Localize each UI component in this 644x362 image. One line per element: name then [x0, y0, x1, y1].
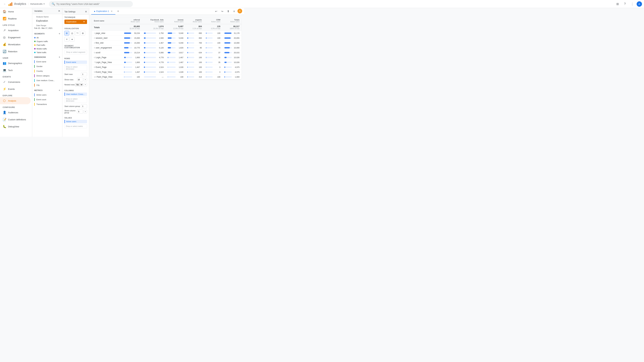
nested-rows-more[interactable]: +	[84, 83, 87, 86]
segment-all[interactable]: All	[32, 36, 62, 39]
table-cell: 50,234	[122, 31, 142, 36]
value-label[interactable]: Active users	[64, 120, 87, 123]
tab-close-icon[interactable]: ✕	[111, 10, 113, 12]
sidebar-item-conversions[interactable]: ✓ Conversions	[0, 78, 31, 85]
share-button[interactable]: ⬆	[226, 9, 231, 14]
analysis-name-label: Analysis Name:	[34, 15, 60, 18]
exploration-content: ● Exploration 1 ✕ + ↩ ↪ ⬆ ≡	[89, 8, 244, 137]
lifecycle-section-label: LIFE CYCLE	[0, 22, 32, 27]
show-rows-increment[interactable]: +	[84, 78, 87, 81]
viz-btn-scatter[interactable]: ⊕	[80, 31, 85, 35]
add-dimension-button[interactable]: +	[59, 56, 60, 59]
show-rows-input[interactable]	[77, 78, 83, 82]
nested-rows-select[interactable]: No Yes	[75, 83, 83, 86]
totals-organic: 804 3.1% of max	[185, 24, 204, 31]
analysis-name-section: Analysis Name: Exploration Date Range: F…	[32, 14, 62, 31]
configure-section-label: CONFIGURE	[0, 104, 32, 109]
show-rows-control: +	[77, 78, 87, 82]
segment-tablet[interactable]: Tablet traffic	[32, 51, 62, 54]
add-segment-button[interactable]: +	[59, 32, 60, 35]
row-drop-zone[interactable]: Drop or select dimension	[64, 65, 87, 71]
segment-dot-mobile	[34, 48, 36, 49]
sidebar-item-debugview[interactable]: 🐛 DebugView	[0, 123, 31, 130]
sidebar-item-monetization[interactable]: 💰 Monetization	[0, 41, 31, 48]
more-options-button[interactable]: ≡	[232, 9, 237, 14]
table-cell: 10,026	[222, 60, 242, 65]
sidebar-item-demographics[interactable]: 👥 Demographics	[0, 60, 31, 67]
back-button[interactable]: ←	[2, 1, 8, 7]
date-range-value: Feb 10 - Mar 17, 2021	[34, 27, 60, 29]
start-column-control	[81, 104, 87, 108]
segment-paid[interactable]: Paid traffic	[32, 43, 62, 47]
dim-label-medium: User medium: Cross...	[36, 79, 55, 81]
palette-button[interactable]: A	[238, 9, 242, 13]
sidebar-item-engagement[interactable]: ◎ Engagement	[0, 34, 31, 41]
table-cell: 15,000	[122, 40, 142, 45]
column-dimension-label[interactable]: User medium: Cross...	[64, 92, 87, 96]
sidebar-item-analysis[interactable]: ⬡ Analysis	[0, 97, 31, 104]
technique-select[interactable]: Exploration ▼	[64, 19, 87, 24]
add-metric-button[interactable]: +	[59, 89, 60, 92]
dim-device-category[interactable]: Device category	[32, 73, 62, 78]
viz-btn-line[interactable]: 〜	[75, 31, 80, 35]
segment-label-tablet: Tablet traffic	[36, 51, 46, 53]
dim-gender[interactable]: Gender	[32, 64, 62, 69]
rows-label: ROWS	[62, 56, 89, 60]
dim-city[interactable]: City	[32, 83, 62, 87]
segment-drop-zone[interactable]: Drop or select segment	[64, 50, 87, 54]
totals-crm: 135 0.3% of max	[204, 24, 222, 31]
segment-label-organic: Organic traffic	[36, 40, 48, 42]
sidebar-item-events[interactable]: ⚡ Events	[0, 85, 31, 92]
show-columns-input[interactable]	[77, 110, 83, 114]
metrics-label: METRICS	[34, 89, 42, 91]
sidebar-item-retention[interactable]: 🔄 Retention	[0, 48, 31, 55]
tab-settings-close-button[interactable]: ✕	[85, 10, 87, 13]
add-tab-button[interactable]: +	[116, 9, 121, 14]
start-rows-input[interactable]	[81, 72, 87, 76]
sidebar-item-tech[interactable]: 💻 Tech	[0, 67, 31, 74]
viz-btn-bar[interactable]: ≡	[64, 37, 69, 41]
exploration-tab-1[interactable]: ● Exploration 1 ✕	[91, 8, 116, 14]
undo-button[interactable]: ↩	[213, 9, 219, 14]
acquisition-icon: ↗	[3, 28, 6, 32]
table-cell: 1,028	[166, 70, 186, 75]
viz-btn-donut[interactable]: ◎	[70, 31, 74, 35]
metric-active-users[interactable]: Active users	[32, 92, 62, 97]
column-drop-zone[interactable]: Drop or select dimension	[64, 97, 87, 103]
redo-button[interactable]: ↪	[219, 9, 225, 14]
dim-user-medium[interactable]: User medium: Cross...	[32, 78, 62, 83]
topbar: ← Analytics thehandcrafts ▼ 🔍 ⊞ ? ⋮ A	[0, 0, 244, 8]
metric-drop-zone[interactable]: Drop or select metric	[64, 124, 87, 128]
dim-country[interactable]: Country	[32, 69, 62, 73]
th-facebook-ads: Facebook_Ads Active users	[142, 17, 166, 24]
viz-btn-table[interactable]: ⊞	[64, 31, 69, 35]
search-input[interactable]	[56, 3, 130, 5]
start-column-input[interactable]	[81, 104, 87, 108]
metric-transactions[interactable]: Transactions	[32, 102, 62, 107]
dim-event-name[interactable]: Event name	[32, 59, 62, 64]
event-name-cell: 9Event_Page_View	[92, 70, 122, 75]
sidebar-item-custom-definitions[interactable]: 📝 Custom definitions	[0, 116, 31, 123]
show-columns-increment[interactable]: +	[84, 110, 87, 113]
row-dimension-label[interactable]: Event name	[64, 60, 87, 64]
visualization-label: VISUALIZATION	[62, 26, 89, 30]
table-cell: 700	[185, 40, 204, 45]
table-cell: 15,000	[122, 36, 142, 40]
sidebar-item-realtime[interactable]: 📶 Realtime	[0, 15, 31, 22]
sidebar-item-home[interactable]: 🏠 Home	[0, 8, 31, 15]
sidebar-item-acquisition[interactable]: ↗ Acquisition	[0, 27, 31, 34]
segment-mobile[interactable]: Mobile traffic	[32, 47, 62, 51]
column-dimension-item: User medium: Cross...	[64, 92, 87, 96]
table-cell: 1,028	[166, 65, 186, 70]
viz-btn-geo[interactable]: ●	[70, 37, 74, 41]
sidebar-item-audiences[interactable]: 👤 Audiences	[0, 109, 31, 116]
property-selector[interactable]: thehandcrafts ▼	[28, 3, 45, 5]
svg-rect-1	[10, 3, 11, 6]
metric-event-count[interactable]: Event count	[32, 97, 62, 102]
search-bar[interactable]: 🔍	[49, 1, 133, 7]
dim-label-device: Device category	[36, 75, 50, 77]
segment-label-all: All	[36, 37, 38, 39]
variable-panel-close-button[interactable]: ✕	[58, 9, 60, 12]
segment-organic[interactable]: Organic traffic	[32, 39, 62, 43]
segment-label-paid: Paid traffic	[36, 44, 45, 46]
